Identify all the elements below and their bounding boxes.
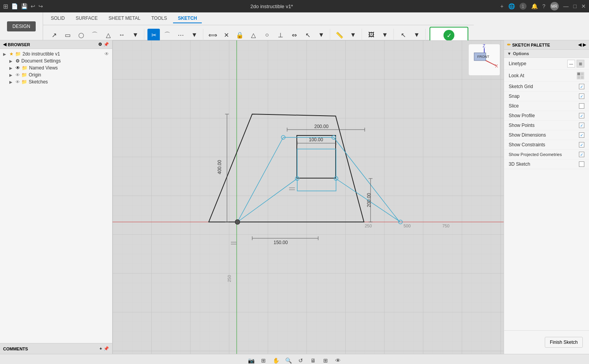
const-tang-btn[interactable]: ⊥	[274, 29, 287, 41]
create-circle-btn[interactable]: ◯	[75, 29, 87, 41]
tab-solid[interactable]: SOLID	[46, 14, 69, 23]
file-icon[interactable]: 📄	[11, 3, 18, 9]
origin-visibility-icon[interactable]: 👁	[16, 73, 20, 77]
select-dropdown-btn[interactable]: ▼	[411, 29, 423, 41]
create-arc-btn[interactable]: ⌒	[88, 29, 101, 41]
named-views-folder-icon: 📁	[22, 65, 28, 71]
linetype-solid-icon[interactable]: —	[567, 60, 575, 68]
comments-add-icon[interactable]: +	[100, 346, 102, 351]
tree-root-item[interactable]: ▶ ★ 📁 2do instructible v1 👁	[2, 50, 111, 57]
bottom-orbit-btn[interactable]: ↺	[296, 356, 305, 364]
undo-icon[interactable]: ↩	[31, 3, 35, 9]
show-profile-option: Show Profile ✓	[504, 111, 589, 121]
snap-label: Snap	[509, 94, 579, 99]
root-expand-arrow[interactable]: ▶	[3, 52, 8, 56]
notifications-btn[interactable]: 🔔	[531, 3, 538, 9]
create-rect-btn[interactable]: ▭	[61, 29, 74, 41]
bottom-display-btn[interactable]: 🖥	[308, 356, 318, 364]
show-points-label: Show Points	[509, 123, 579, 128]
show-constraints-checkbox[interactable]: ✓	[579, 142, 584, 147]
const-drag-btn[interactable]: ↖	[301, 29, 314, 41]
const-dropdown-btn[interactable]: ▼	[315, 29, 327, 41]
tab-sheet-metal[interactable]: SHEET METAL	[104, 14, 145, 23]
palette-collapse-left-icon[interactable]: ◀	[578, 42, 581, 47]
bottom-grid-btn[interactable]: ⊞	[321, 356, 330, 364]
sketches-expand[interactable]: ▶	[9, 80, 14, 84]
bottom-camera-btn[interactable]: 📷	[246, 356, 256, 364]
create-polygon-btn[interactable]: △	[102, 29, 114, 41]
close-btn[interactable]: ✕	[581, 3, 586, 9]
named-views-expand[interactable]: ▶	[9, 66, 14, 70]
named-views-label: Named Views	[29, 65, 58, 71]
show-profile-checkbox[interactable]: ✓	[579, 113, 584, 118]
app-grid-icon[interactable]: ⊞	[3, 3, 8, 10]
const-hor-btn[interactable]: ⟺	[206, 29, 219, 41]
visibility-icon[interactable]: 👁	[104, 51, 109, 57]
tab-tools[interactable]: TOOLS	[147, 14, 172, 23]
modify-break-btn[interactable]: ⋯	[175, 29, 187, 41]
profile-btn[interactable]: MR	[550, 2, 559, 10]
doc-expand-arrow[interactable]: ▶	[9, 59, 14, 63]
browser-collapse-icon[interactable]: ◀	[3, 42, 6, 47]
tab-surface[interactable]: SURFACE	[71, 14, 102, 23]
const-circ-btn[interactable]: ○	[261, 29, 273, 41]
options-section-title[interactable]: ▼ Options	[504, 50, 589, 58]
show-points-checkbox[interactable]: ✓	[579, 123, 584, 128]
sketch-3d-checkbox[interactable]	[579, 161, 584, 167]
minimize-btn[interactable]: —	[563, 3, 569, 9]
snap-checkbox[interactable]: ✓	[579, 94, 584, 99]
tree-doc-settings[interactable]: ▶ ⚙ Document Settings	[8, 57, 111, 64]
bottom-view-btn[interactable]: 👁	[333, 356, 343, 364]
tree-named-views[interactable]: ▶ 👁 📁 Named Views	[8, 64, 111, 71]
tree-origin[interactable]: ▶ 👁 📁 Origin	[8, 71, 111, 78]
const-tri-btn[interactable]: △	[247, 29, 260, 41]
sketches-visibility-icon[interactable]: 👁	[16, 80, 20, 84]
insert-dropdown-btn[interactable]: ▼	[379, 29, 391, 41]
show-dimensions-checkbox[interactable]: ✓	[579, 132, 584, 138]
modify-trim-btn[interactable]: ✂	[147, 29, 160, 41]
look-at-option: Look At	[504, 70, 589, 82]
svg-text:200.00: 200.00	[366, 193, 372, 207]
create-dropdown-btn[interactable]: ▼	[129, 29, 142, 41]
const-lock-btn[interactable]: 🔒	[234, 29, 246, 41]
user-count-btn[interactable]: 1	[520, 3, 527, 10]
create-line-btn[interactable]: ↗	[48, 29, 60, 41]
globe-btn[interactable]: 🌐	[508, 3, 515, 9]
comments-pin-icon[interactable]: 📌	[104, 346, 109, 351]
create-spline-btn[interactable]: ↔	[116, 29, 128, 41]
design-button[interactable]: DESIGN	[7, 21, 36, 31]
palette-pin-icon[interactable]: ▶	[583, 42, 586, 47]
save-icon[interactable]: 💾	[21, 3, 28, 9]
help-btn[interactable]: ?	[542, 3, 546, 9]
redo-icon[interactable]: ↪	[38, 3, 43, 9]
bottom-pan-btn[interactable]: ✋	[271, 356, 281, 364]
show-projected-checkbox[interactable]: ✓	[579, 152, 584, 157]
modify-extend-btn[interactable]: ⌒	[161, 29, 173, 41]
const-vert-btn[interactable]: ✕	[220, 29, 232, 41]
bottom-zoom-btn[interactable]: 🔍	[284, 356, 293, 364]
select-btn[interactable]: ↖	[397, 29, 409, 41]
browser-settings-icon[interactable]: ⚙	[98, 42, 102, 47]
add-tab-btn[interactable]: +	[501, 3, 504, 9]
svg-text:500: 500	[404, 224, 411, 228]
origin-label: Origin	[29, 72, 41, 78]
axis-widget[interactable]: Z X FRONT	[469, 44, 500, 75]
look-at-icon[interactable]	[577, 72, 584, 80]
inspect-dropdown-btn[interactable]: ▼	[347, 29, 359, 41]
slice-checkbox[interactable]	[579, 103, 584, 109]
sketch-grid-checkbox[interactable]: ✓	[579, 84, 584, 89]
browser-pin-icon[interactable]: 📌	[104, 42, 109, 47]
palette-finish-sketch-button[interactable]: Finish Sketch	[545, 337, 583, 348]
maximize-btn[interactable]: □	[573, 3, 577, 9]
modify-dropdown-btn[interactable]: ▼	[188, 29, 201, 41]
tree-sketches[interactable]: ▶ 👁 📁 Sketches	[8, 78, 111, 85]
const-sym-btn[interactable]: ⇔	[288, 29, 300, 41]
inspect-measure-btn[interactable]: 📏	[333, 29, 346, 41]
linetype-dashed-icon[interactable]: ⊞	[577, 60, 584, 68]
canvas-area[interactable]: 200.00 100.00 400.00 150.00 200.00 500 7	[113, 40, 504, 354]
origin-expand[interactable]: ▶	[9, 73, 14, 77]
bottom-frame-btn[interactable]: ⊞	[259, 356, 268, 364]
tab-sketch[interactable]: SKETCH	[173, 14, 201, 23]
insert-image-btn[interactable]: 🖼	[365, 29, 378, 41]
comments-footer: COMMENTS + 📌	[0, 343, 112, 354]
